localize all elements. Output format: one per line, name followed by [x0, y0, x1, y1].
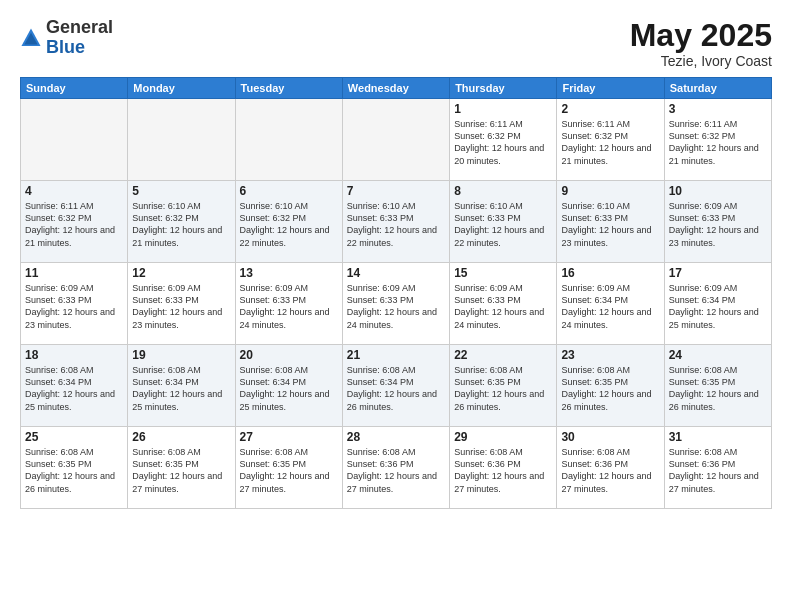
day-info: Sunrise: 6:08 AM Sunset: 6:36 PM Dayligh… — [669, 446, 767, 495]
day-info: Sunrise: 6:09 AM Sunset: 6:33 PM Dayligh… — [347, 282, 445, 331]
day-info: Sunrise: 6:08 AM Sunset: 6:34 PM Dayligh… — [347, 364, 445, 413]
day-number: 4 — [25, 184, 123, 198]
logo-text: General Blue — [46, 18, 113, 58]
calendar-day-cell: 13Sunrise: 6:09 AM Sunset: 6:33 PM Dayli… — [235, 263, 342, 345]
day-number: 31 — [669, 430, 767, 444]
calendar-day-cell: 19Sunrise: 6:08 AM Sunset: 6:34 PM Dayli… — [128, 345, 235, 427]
calendar-day-cell: 31Sunrise: 6:08 AM Sunset: 6:36 PM Dayli… — [664, 427, 771, 509]
day-info: Sunrise: 6:08 AM Sunset: 6:36 PM Dayligh… — [454, 446, 552, 495]
day-info: Sunrise: 6:10 AM Sunset: 6:33 PM Dayligh… — [347, 200, 445, 249]
day-number: 28 — [347, 430, 445, 444]
day-number: 19 — [132, 348, 230, 362]
calendar-day-cell: 12Sunrise: 6:09 AM Sunset: 6:33 PM Dayli… — [128, 263, 235, 345]
day-number: 2 — [561, 102, 659, 116]
day-info: Sunrise: 6:08 AM Sunset: 6:35 PM Dayligh… — [25, 446, 123, 495]
calendar-day-cell: 11Sunrise: 6:09 AM Sunset: 6:33 PM Dayli… — [21, 263, 128, 345]
day-info: Sunrise: 6:09 AM Sunset: 6:33 PM Dayligh… — [132, 282, 230, 331]
day-number: 7 — [347, 184, 445, 198]
title-block: May 2025 Tezie, Ivory Coast — [630, 18, 772, 69]
day-info: Sunrise: 6:09 AM Sunset: 6:34 PM Dayligh… — [561, 282, 659, 331]
calendar-header-sunday: Sunday — [21, 78, 128, 99]
day-info: Sunrise: 6:10 AM Sunset: 6:32 PM Dayligh… — [240, 200, 338, 249]
calendar-header-friday: Friday — [557, 78, 664, 99]
day-number: 11 — [25, 266, 123, 280]
calendar-day-cell: 10Sunrise: 6:09 AM Sunset: 6:33 PM Dayli… — [664, 181, 771, 263]
day-info: Sunrise: 6:08 AM Sunset: 6:36 PM Dayligh… — [347, 446, 445, 495]
day-info: Sunrise: 6:09 AM Sunset: 6:34 PM Dayligh… — [669, 282, 767, 331]
day-number: 25 — [25, 430, 123, 444]
day-info: Sunrise: 6:11 AM Sunset: 6:32 PM Dayligh… — [561, 118, 659, 167]
header: General Blue May 2025 Tezie, Ivory Coast — [20, 18, 772, 69]
calendar-header-tuesday: Tuesday — [235, 78, 342, 99]
day-number: 13 — [240, 266, 338, 280]
calendar-day-cell — [21, 99, 128, 181]
day-info: Sunrise: 6:11 AM Sunset: 6:32 PM Dayligh… — [454, 118, 552, 167]
page: General Blue May 2025 Tezie, Ivory Coast… — [0, 0, 792, 612]
day-number: 21 — [347, 348, 445, 362]
day-info: Sunrise: 6:11 AM Sunset: 6:32 PM Dayligh… — [669, 118, 767, 167]
calendar-day-cell: 2Sunrise: 6:11 AM Sunset: 6:32 PM Daylig… — [557, 99, 664, 181]
day-number: 22 — [454, 348, 552, 362]
calendar-week-row: 11Sunrise: 6:09 AM Sunset: 6:33 PM Dayli… — [21, 263, 772, 345]
day-info: Sunrise: 6:09 AM Sunset: 6:33 PM Dayligh… — [240, 282, 338, 331]
calendar-day-cell: 9Sunrise: 6:10 AM Sunset: 6:33 PM Daylig… — [557, 181, 664, 263]
calendar-header-thursday: Thursday — [450, 78, 557, 99]
day-info: Sunrise: 6:08 AM Sunset: 6:35 PM Dayligh… — [669, 364, 767, 413]
day-info: Sunrise: 6:08 AM Sunset: 6:34 PM Dayligh… — [25, 364, 123, 413]
calendar-day-cell: 18Sunrise: 6:08 AM Sunset: 6:34 PM Dayli… — [21, 345, 128, 427]
calendar-header-wednesday: Wednesday — [342, 78, 449, 99]
day-info: Sunrise: 6:11 AM Sunset: 6:32 PM Dayligh… — [25, 200, 123, 249]
day-number: 9 — [561, 184, 659, 198]
day-number: 18 — [25, 348, 123, 362]
day-info: Sunrise: 6:10 AM Sunset: 6:33 PM Dayligh… — [561, 200, 659, 249]
calendar-day-cell: 8Sunrise: 6:10 AM Sunset: 6:33 PM Daylig… — [450, 181, 557, 263]
day-info: Sunrise: 6:09 AM Sunset: 6:33 PM Dayligh… — [25, 282, 123, 331]
day-info: Sunrise: 6:09 AM Sunset: 6:33 PM Dayligh… — [669, 200, 767, 249]
logo: General Blue — [20, 18, 113, 58]
calendar-day-cell: 23Sunrise: 6:08 AM Sunset: 6:35 PM Dayli… — [557, 345, 664, 427]
day-number: 26 — [132, 430, 230, 444]
day-number: 6 — [240, 184, 338, 198]
logo-blue-text: Blue — [46, 37, 85, 57]
calendar-header-monday: Monday — [128, 78, 235, 99]
calendar-day-cell: 25Sunrise: 6:08 AM Sunset: 6:35 PM Dayli… — [21, 427, 128, 509]
day-number: 5 — [132, 184, 230, 198]
calendar-day-cell: 16Sunrise: 6:09 AM Sunset: 6:34 PM Dayli… — [557, 263, 664, 345]
calendar-day-cell — [128, 99, 235, 181]
day-info: Sunrise: 6:09 AM Sunset: 6:33 PM Dayligh… — [454, 282, 552, 331]
calendar-day-cell: 1Sunrise: 6:11 AM Sunset: 6:32 PM Daylig… — [450, 99, 557, 181]
day-number: 3 — [669, 102, 767, 116]
day-info: Sunrise: 6:08 AM Sunset: 6:35 PM Dayligh… — [240, 446, 338, 495]
day-number: 8 — [454, 184, 552, 198]
day-number: 24 — [669, 348, 767, 362]
calendar-day-cell: 6Sunrise: 6:10 AM Sunset: 6:32 PM Daylig… — [235, 181, 342, 263]
calendar-day-cell: 21Sunrise: 6:08 AM Sunset: 6:34 PM Dayli… — [342, 345, 449, 427]
calendar-day-cell: 20Sunrise: 6:08 AM Sunset: 6:34 PM Dayli… — [235, 345, 342, 427]
main-title: May 2025 — [630, 18, 772, 53]
day-number: 10 — [669, 184, 767, 198]
day-info: Sunrise: 6:10 AM Sunset: 6:32 PM Dayligh… — [132, 200, 230, 249]
day-info: Sunrise: 6:10 AM Sunset: 6:33 PM Dayligh… — [454, 200, 552, 249]
calendar-day-cell: 30Sunrise: 6:08 AM Sunset: 6:36 PM Dayli… — [557, 427, 664, 509]
subtitle: Tezie, Ivory Coast — [630, 53, 772, 69]
day-number: 15 — [454, 266, 552, 280]
calendar-day-cell — [342, 99, 449, 181]
calendar-header-saturday: Saturday — [664, 78, 771, 99]
day-number: 14 — [347, 266, 445, 280]
calendar-day-cell — [235, 99, 342, 181]
day-number: 23 — [561, 348, 659, 362]
calendar-day-cell: 28Sunrise: 6:08 AM Sunset: 6:36 PM Dayli… — [342, 427, 449, 509]
calendar-week-row: 25Sunrise: 6:08 AM Sunset: 6:35 PM Dayli… — [21, 427, 772, 509]
day-number: 29 — [454, 430, 552, 444]
calendar-table: SundayMondayTuesdayWednesdayThursdayFrid… — [20, 77, 772, 509]
calendar-day-cell: 7Sunrise: 6:10 AM Sunset: 6:33 PM Daylig… — [342, 181, 449, 263]
day-number: 30 — [561, 430, 659, 444]
logo-icon — [20, 27, 42, 49]
calendar-day-cell: 17Sunrise: 6:09 AM Sunset: 6:34 PM Dayli… — [664, 263, 771, 345]
calendar-day-cell: 22Sunrise: 6:08 AM Sunset: 6:35 PM Dayli… — [450, 345, 557, 427]
day-number: 20 — [240, 348, 338, 362]
calendar-week-row: 4Sunrise: 6:11 AM Sunset: 6:32 PM Daylig… — [21, 181, 772, 263]
calendar-day-cell: 4Sunrise: 6:11 AM Sunset: 6:32 PM Daylig… — [21, 181, 128, 263]
calendar-day-cell: 3Sunrise: 6:11 AM Sunset: 6:32 PM Daylig… — [664, 99, 771, 181]
day-number: 16 — [561, 266, 659, 280]
